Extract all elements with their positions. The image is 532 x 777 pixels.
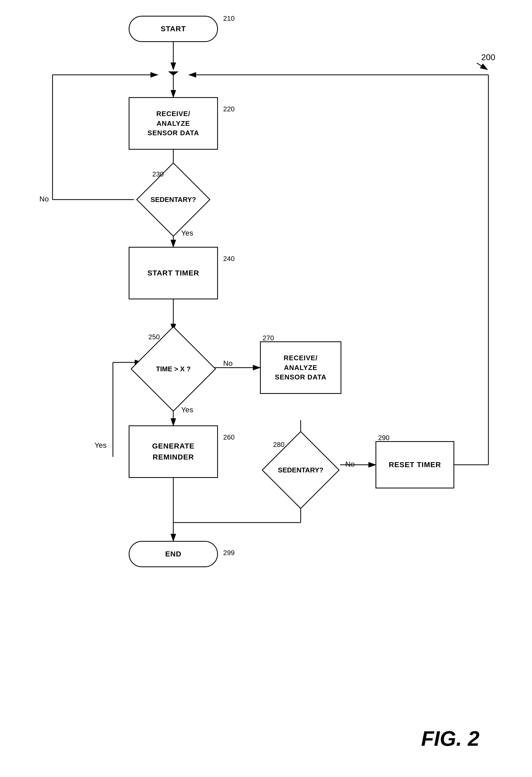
ref-290: 290 [378, 434, 390, 442]
start-label: START [161, 25, 186, 33]
ref-210: 210 [223, 14, 234, 23]
no-sedentary-2-label: No [345, 460, 355, 468]
ref-270: 270 [262, 334, 274, 342]
diagram-container: START 210 RECEIVE/ ANALYZE SENSOR DATA 2… [0, 0, 532, 777]
svg-marker-23 [168, 72, 179, 76]
no-sedentary-1-label: No [39, 195, 49, 203]
junction-top [168, 72, 179, 76]
ref-230: 230 [152, 170, 164, 178]
sedentary-2-wrapper: SEDENTARY? [260, 444, 341, 496]
figure-label: FIG. 2 [421, 727, 480, 751]
ref-200-arrow [474, 61, 490, 72]
generate-reminder-label: GENERATE REMINDER [152, 441, 195, 463]
yes-sedentary-1-label: Yes [181, 229, 193, 237]
ref-260: 260 [223, 433, 234, 441]
ref-299: 299 [223, 549, 234, 557]
receive-analyze-1-node: RECEIVE/ ANALYZE SENSOR DATA [129, 97, 218, 150]
yes-generate-label: Yes [95, 441, 107, 450]
receive-analyze-2-node: RECEIVE/ ANALYZE SENSOR DATA [260, 341, 341, 394]
time-check-wrapper: TIME > X ? [129, 336, 218, 402]
time-check-label: TIME > X ? [129, 336, 218, 402]
end-label: END [165, 550, 182, 558]
start-node: START [129, 16, 218, 42]
start-timer-label: START TIMER [147, 269, 199, 277]
receive-analyze-2-label: RECEIVE/ ANALYZE SENSOR DATA [275, 353, 326, 382]
end-node: END [129, 541, 218, 567]
sedentary-2-label: SEDENTARY? [260, 444, 341, 496]
reset-timer-label: RESET TIMER [389, 461, 441, 469]
svg-line-25 [477, 63, 488, 70]
yes-time-label: Yes [181, 406, 193, 414]
receive-analyze-1-label: RECEIVE/ ANALYZE SENSOR DATA [147, 109, 199, 138]
ref-250: 250 [148, 333, 159, 341]
sedentary-1-label: SEDENTARY? [129, 173, 218, 226]
ref-220: 220 [223, 105, 234, 113]
reset-timer-node: RESET TIMER [376, 441, 454, 488]
ref-240: 240 [223, 255, 234, 263]
generate-reminder-node: GENERATE REMINDER [129, 425, 218, 478]
sedentary-1-wrapper: SEDENTARY? [129, 173, 218, 226]
ref-280: 280 [273, 441, 284, 449]
no-time-label: No [223, 359, 233, 368]
start-timer-node: START TIMER [129, 247, 218, 299]
